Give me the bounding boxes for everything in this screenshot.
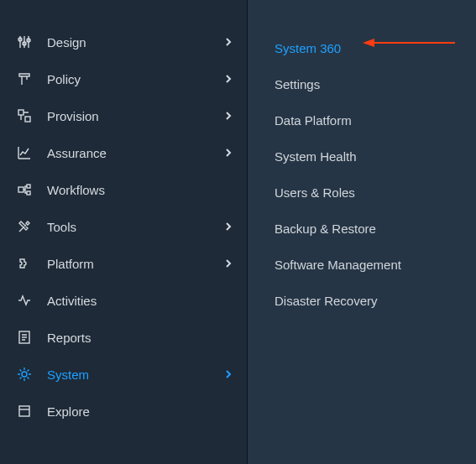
chevron-right-icon [225,111,232,121]
nav-label: Workflows [47,183,232,197]
svg-rect-7 [25,117,30,122]
nav-label: Platform [47,257,225,271]
chevron-right-icon [225,37,232,47]
chevron-right-icon [225,222,232,232]
sidebar-item-tools[interactable]: Tools [0,208,247,245]
policy-icon [17,70,37,87]
sidebar-primary-nav: Design Policy Provision [0,0,248,464]
nav-label: System [47,368,225,382]
svg-rect-13 [19,406,29,416]
sidebar-item-platform[interactable]: Platform [0,245,247,282]
submenu-item-disaster-recovery[interactable]: Disaster Recovery [275,283,476,319]
nav-label: Provision [47,109,225,123]
submenu-item-users-roles[interactable]: Users & Roles [275,175,476,211]
nav-label: Policy [47,72,225,86]
sidebar-item-design[interactable]: Design [0,23,247,60]
sidebar-item-assurance[interactable]: Assurance [0,134,247,171]
nav-label: Design [47,35,225,50]
tools-icon [17,218,37,235]
submenu-item-system-360[interactable]: System 360 [275,30,476,66]
puzzle-icon [17,255,37,272]
submenu-item-data-platform[interactable]: Data Platform [275,102,476,138]
nav-label: Assurance [47,146,225,160]
svg-point-12 [22,372,27,377]
sidebar-submenu: System 360 Settings Data Platform System… [248,0,476,464]
sidebar-item-reports[interactable]: Reports [0,319,247,356]
svg-rect-6 [18,110,24,115]
nav-label: Activities [47,294,232,308]
chevron-right-icon [225,258,232,268]
svg-rect-10 [27,191,30,195]
provision-icon [17,107,37,124]
nav-label: Explore [47,404,232,419]
explore-icon [17,403,37,420]
submenu-item-backup-restore[interactable]: Backup & Restore [275,211,476,247]
submenu-item-software-management[interactable]: Software Management [275,247,476,283]
sidebar-item-activities[interactable]: Activities [0,282,247,319]
chevron-right-icon [225,369,232,379]
nav-label: Tools [47,220,225,234]
submenu-item-settings[interactable]: Settings [275,66,476,102]
sidebar-item-policy[interactable]: Policy [0,60,247,97]
workflow-icon [17,181,37,198]
sliders-icon [17,34,37,50]
sidebar-item-explore[interactable]: Explore [0,393,247,430]
submenu-item-system-health[interactable]: System Health [275,138,476,175]
chevron-right-icon [225,74,232,84]
chevron-right-icon [225,148,232,158]
activity-icon [17,292,37,309]
sidebar-item-provision[interactable]: Provision [0,97,247,134]
gear-icon [17,366,37,383]
reports-icon [17,329,37,346]
chart-line-icon [17,144,37,161]
nav-label: Reports [47,331,232,345]
sidebar-item-workflows[interactable]: Workflows [0,171,247,208]
svg-rect-8 [18,187,24,192]
sidebar-item-system[interactable]: System [0,356,247,393]
svg-rect-9 [27,185,30,188]
